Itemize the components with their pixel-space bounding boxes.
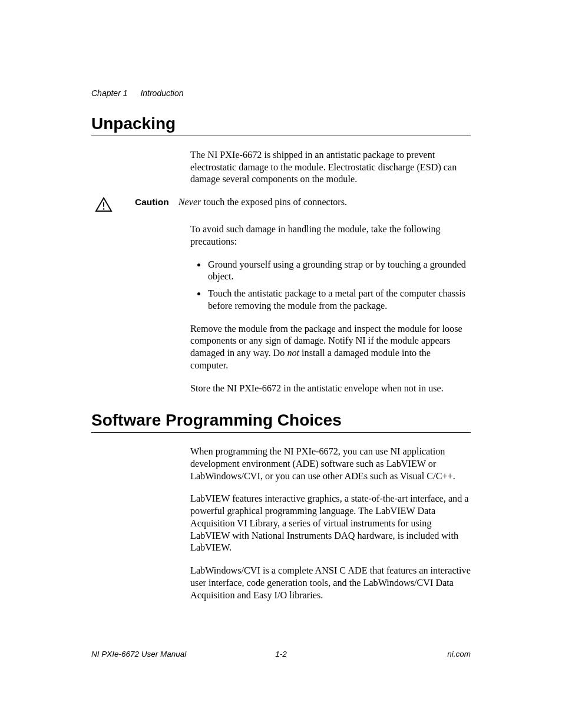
svg-point-2: [103, 208, 105, 210]
heading-rule: [91, 136, 471, 136]
page-footer: NI PXIe-6672 User Manual 1-2 ni.com: [91, 650, 471, 658]
list-item: Touch the antistatic package to a metal …: [207, 288, 471, 312]
italic-text: not: [287, 348, 299, 358]
page: Chapter 1 Introduction Unpacking The NI …: [0, 0, 562, 728]
heading-unpacking: Unpacking: [91, 114, 471, 133]
para: The NI PXIe-6672 is shipped in an antist…: [190, 149, 471, 186]
para: Store the NI PXIe-6672 in the antistatic…: [190, 383, 471, 395]
body-unpacking-2: To avoid such damage in handling the mod…: [190, 223, 471, 394]
chapter-title: Introduction: [140, 88, 183, 98]
bullet-list: Ground yourself using a grounding strap …: [190, 259, 471, 312]
heading-software: Software Programming Choices: [91, 411, 471, 430]
para: LabWindows/CVI is a complete ANSI C ADE …: [190, 565, 471, 601]
caution-block: Caution Never touch the exposed pins of …: [91, 196, 471, 213]
caution-rest: touch the exposed pins of connectors.: [201, 197, 347, 207]
para: To avoid such damage in handling the mod…: [190, 223, 471, 248]
body-software: When programming the NI PXIe-6672, you c…: [190, 446, 471, 601]
list-item: Ground yourself using a grounding strap …: [207, 259, 471, 283]
caution-label: Caution: [135, 197, 169, 207]
footer-center: 1-2: [91, 650, 471, 658]
chapter-label: Chapter 1: [91, 88, 127, 98]
section-software: Software Programming Choices When progra…: [91, 411, 471, 601]
para: LabVIEW features interactive graphics, a…: [190, 493, 471, 554]
body-unpacking-1: The NI PXIe-6672 is shipped in an antist…: [190, 149, 471, 186]
running-header: Chapter 1 Introduction: [91, 88, 471, 98]
heading-rule: [91, 432, 471, 433]
para: Remove the module from the package and i…: [190, 323, 471, 372]
caution-text: Caution Never touch the exposed pins of …: [135, 196, 347, 209]
caution-italic: Never: [178, 197, 201, 207]
para: When programming the NI PXIe-6672, you c…: [190, 446, 471, 482]
caution-icon: [91, 196, 135, 213]
